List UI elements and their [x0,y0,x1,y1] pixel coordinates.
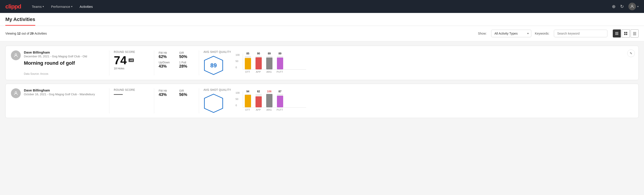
fw-hit-stat: FW Hit 62% [159,51,174,59]
svg-rect-11 [633,35,636,35]
chart-bars-container-2: 94 82 106 [243,92,306,108]
score-placeholder [114,94,123,95]
activity-card: Dave Billingham December 05, 2021 - Gog … [5,46,639,80]
page-header: My Activities [0,13,644,26]
bar-app-fill [256,57,262,70]
bar-ott-fill [245,58,251,70]
user-details-2: Dave Billingham October 16, 2021 - Gog M… [24,88,95,96]
score-value: 74 [114,54,127,66]
svg-rect-4 [624,32,626,33]
svg-rect-9 [633,33,636,34]
bar-putt-2: 87 [277,90,283,107]
hex-score-display-2 [204,93,224,113]
svg-rect-3 [615,34,618,35]
svg-rect-1 [615,32,618,32]
card-left: Dave Billingham December 05, 2021 - Gog … [11,50,105,76]
add-circle-icon[interactable]: ⊕ [612,4,616,9]
card-divider-2 [154,50,154,76]
card-divider-6 [199,88,199,113]
round-score-section: Round Score 74 +4 18 Holes [114,50,150,70]
svg-rect-8 [633,32,636,32]
bar-arg: 89 [266,52,272,70]
user-name-2: Dave Billingham [24,88,95,92]
chart-y-axis: 100 50 0 [236,54,240,69]
navbar: clippd Teams ▾ Performance ▾ Activities … [0,0,644,13]
bar-ott-2: 94 [245,90,251,107]
bar-arg-fill [266,58,272,70]
stats-section: FW Hit 62% GIR 50% Up/Down 43% 1 Putt 28… [159,50,194,69]
search-input[interactable] [554,30,608,37]
view-grid-button[interactable] [622,30,630,38]
svg-marker-15 [204,94,223,112]
svg-point-0 [632,5,633,6]
bar-putt-fill [277,58,283,70]
user-name: Dave Billingham [24,50,87,54]
refresh-icon[interactable]: ↻ [620,4,624,9]
activity-type-select[interactable]: All Activity Types [491,30,531,37]
card-divider-5 [154,88,154,113]
user-details: Dave Billingham December 05, 2021 - Gog … [24,50,87,76]
data-source: Data Source: Arccos [24,72,87,76]
user-avatar [628,3,636,10]
bar-putt: 89 [277,52,283,70]
bar-app: 90 [256,52,262,70]
card-divider-3 [199,50,199,76]
shot-quality-chart: 100 50 0 85 90 [236,53,306,73]
avatar [11,50,21,60]
avg-shot-quality-section: Avg Shot Quality 89 100 50 0 [204,50,306,76]
activities-list: Dave Billingham December 05, 2021 - Gog … [0,41,644,126]
svg-rect-2 [615,33,618,34]
hex-score-display: 89 [204,55,224,76]
chart-y-axis-2: 100 50 0 [236,92,240,107]
keywords-label: Keywords: [535,32,550,35]
performance-chevron-icon: ▾ [71,5,72,8]
logo[interactable]: clippd [5,3,21,10]
card-divider [109,50,109,76]
round-score-section-2: Round Score [114,88,150,95]
x-label-putt: PUTT [277,70,283,73]
one-putt-stat: 1 Putt 28% [179,61,194,69]
fw-hit-stat-2: FW Hit 43% [159,89,174,97]
bar-app-track [256,56,262,70]
svg-rect-10 [633,34,636,34]
user-date: December 05, 2021 - Gog Magog Golf Club … [24,55,87,58]
view-toggles [613,30,639,38]
chart-x-labels-2: OTT APP ARG PUTT [243,108,306,111]
chart-x-labels: OTT APP ARG PUTT [243,70,306,73]
nav-activities[interactable]: Activities [80,5,93,8]
x-label-ott: OTT [244,70,251,73]
svg-rect-6 [624,34,626,35]
gir-stat: GIR 50% [179,51,194,59]
bar-putt-track [277,56,283,70]
shot-quality-chart-2: 100 50 0 94 82 [236,90,306,111]
activity-type-select-wrapper[interactable]: All Activity Types ▾ [491,30,531,37]
bar-arg-track [266,56,272,70]
page-title: My Activities [5,16,35,26]
gir-stat-2: GIR 56% [179,89,194,97]
user-date-2: October 16, 2021 - Gog Magog Golf Club -… [24,92,95,96]
view-list-compact-button[interactable] [613,30,621,38]
nav-performance[interactable]: Performance ▾ [51,5,72,8]
avatar-2 [11,88,21,98]
hex-score-value: 89 [210,62,217,69]
activity-title: Morning round of golf [24,60,87,66]
edit-button[interactable]: ✎ [627,50,635,57]
avg-shot-quality-label-2: Avg Shot Quality [204,88,231,92]
activity-card-2: Dave Billingham October 16, 2021 - Gog M… [5,84,639,118]
svg-rect-7 [626,34,627,35]
user-avatar-button[interactable]: ▾ [628,3,639,10]
score-holes: 18 Holes [114,67,150,70]
avg-shot-quality-label: Avg Shot Quality [204,50,231,54]
round-score-label-2: Round Score [114,88,150,92]
x-label-app: APP [255,70,262,73]
hexagon-icon-2 [204,93,224,113]
svg-point-14 [15,92,16,93]
x-label-arg: ARG [266,70,272,73]
user-chevron-icon: ▾ [637,5,639,8]
nav-icons: ⊕ ↻ ▾ [612,3,639,10]
chart-bars-container: 85 90 [243,54,306,70]
view-list-detail-button[interactable] [630,30,639,38]
updown-stat: Up/Down 43% [159,61,174,69]
nav-teams[interactable]: Teams ▾ [32,5,44,8]
svg-rect-5 [626,32,627,33]
